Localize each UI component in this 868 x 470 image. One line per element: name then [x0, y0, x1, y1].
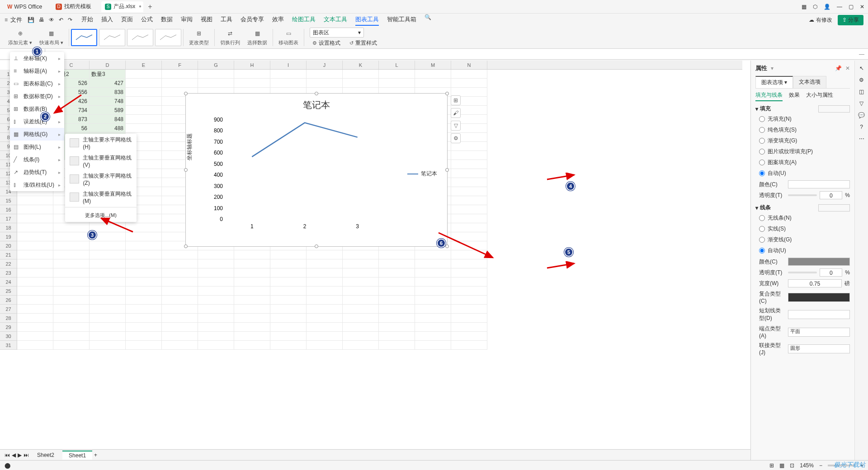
cell[interactable]: [90, 296, 126, 305]
cell[interactable]: [234, 268, 270, 277]
submenu-item[interactable]: 主轴主要垂直网格线(V): [65, 152, 137, 170]
cell[interactable]: [198, 259, 234, 268]
cell[interactable]: [90, 341, 126, 350]
menu-item[interactable]: ↗趋势线(T)▸: [10, 166, 64, 179]
cell[interactable]: [451, 79, 487, 88]
menu-item[interactable]: ╱线条(I)▸: [10, 153, 64, 166]
menu-item[interactable]: ⫿涨/跌柱线(U)▸: [10, 179, 64, 191]
row-header[interactable]: 29: [0, 323, 17, 332]
chart-settings-button[interactable]: ⚙: [451, 133, 461, 143]
cell[interactable]: [270, 314, 307, 323]
tab-wps[interactable]: WWPS Office: [4, 1, 50, 12]
cell[interactable]: [126, 341, 162, 350]
col-header[interactable]: K: [343, 61, 379, 69]
cell[interactable]: [162, 296, 198, 305]
cell[interactable]: [53, 323, 90, 332]
cell[interactable]: [451, 160, 487, 169]
fill-radio[interactable]: 图案填充(A): [755, 159, 850, 166]
cell[interactable]: [451, 323, 487, 332]
cell[interactable]: [126, 332, 162, 341]
cell[interactable]: [234, 277, 270, 287]
hamburger-icon[interactable]: ≡: [5, 17, 8, 23]
cell[interactable]: [343, 296, 379, 305]
cap-type-select[interactable]: 平面: [788, 328, 850, 337]
cell[interactable]: [270, 277, 307, 287]
cell[interactable]: [307, 259, 343, 268]
cell[interactable]: [126, 259, 162, 268]
row-header[interactable]: 31: [0, 341, 17, 350]
chart[interactable]: 笔记本 坐标轴标题 010020030040050060070080090012…: [185, 93, 448, 247]
cell[interactable]: [270, 332, 307, 341]
filter-icon[interactable]: ▽: [859, 100, 863, 107]
row-header[interactable]: 17: [0, 214, 17, 223]
cell[interactable]: [53, 259, 90, 268]
cell[interactable]: [379, 332, 415, 341]
cell[interactable]: [90, 241, 126, 250]
cell[interactable]: [415, 268, 451, 277]
cell[interactable]: [126, 314, 162, 323]
row-header[interactable]: 21: [0, 250, 17, 259]
cell[interactable]: [198, 305, 234, 314]
section-fill[interactable]: ▾ 填充: [755, 105, 850, 113]
resize-handle[interactable]: [445, 92, 449, 95]
tab-start[interactable]: 开始: [81, 14, 93, 26]
cell[interactable]: [53, 277, 90, 287]
cell[interactable]: [53, 332, 90, 341]
cell[interactable]: [451, 178, 487, 187]
cell[interactable]: [415, 296, 451, 305]
cell[interactable]: [90, 259, 126, 268]
cell[interactable]: [17, 268, 53, 277]
col-header[interactable]: N: [451, 61, 487, 69]
row-header[interactable]: 23: [0, 268, 17, 277]
menu-item[interactable]: ≡轴标题(A)▸: [10, 65, 64, 77]
cell[interactable]: [126, 305, 162, 314]
spreadsheet[interactable]: BCDEFGHIJKLMN 12345678910111213141516171…: [0, 61, 750, 460]
cell[interactable]: [162, 305, 198, 314]
cell[interactable]: [53, 223, 90, 232]
line-width-value[interactable]: 0.75: [788, 279, 842, 287]
cell[interactable]: [53, 232, 90, 241]
cell[interactable]: [451, 341, 487, 350]
dash-type-select[interactable]: [788, 310, 850, 319]
resize-handle[interactable]: [184, 168, 188, 172]
collapse-icon[interactable]: —: [855, 51, 868, 57]
view-normal-icon[interactable]: ⊞: [769, 462, 774, 469]
cell[interactable]: [343, 268, 379, 277]
tab-efficiency[interactable]: 效率: [272, 14, 284, 26]
tab-insert[interactable]: 插入: [101, 14, 113, 26]
cell[interactable]: [307, 250, 343, 259]
cell[interactable]: [415, 79, 451, 88]
cell[interactable]: [198, 70, 234, 79]
sheet-tab[interactable]: Sheet2: [31, 451, 61, 459]
cell[interactable]: [17, 277, 53, 287]
tab-view[interactable]: 视图: [201, 14, 212, 26]
chart-elements-button[interactable]: ⊞: [451, 95, 461, 105]
col-header[interactable]: H: [234, 61, 270, 69]
cell[interactable]: [126, 296, 162, 305]
cube-icon[interactable]: ⬡: [813, 4, 817, 10]
cell[interactable]: [415, 314, 451, 323]
submenu-item[interactable]: 主轴次要水平网格线(Z): [65, 170, 137, 188]
cell[interactable]: [307, 323, 343, 332]
cell[interactable]: [162, 70, 198, 79]
cell[interactable]: [198, 314, 234, 323]
cell[interactable]: [126, 115, 162, 124]
cell[interactable]: [270, 341, 307, 350]
cell[interactable]: 848: [90, 115, 126, 124]
cell[interactable]: [17, 259, 53, 268]
resize-handle[interactable]: [445, 168, 449, 172]
plot-area[interactable]: 0100200300400500600700800900123: [208, 115, 388, 233]
cell[interactable]: 838: [90, 88, 126, 97]
cell[interactable]: [379, 287, 415, 296]
cell[interactable]: [415, 305, 451, 314]
settings-icon[interactable]: ⚙: [859, 77, 864, 83]
cell[interactable]: [17, 341, 53, 350]
fill-radio[interactable]: 自动(U): [755, 169, 850, 177]
cell[interactable]: [90, 250, 126, 259]
fill-opacity-value[interactable]: 0: [820, 191, 842, 199]
cell[interactable]: [198, 277, 234, 287]
cell[interactable]: [343, 305, 379, 314]
cell[interactable]: [126, 97, 162, 106]
cell[interactable]: 589: [90, 106, 126, 115]
cell[interactable]: [270, 305, 307, 314]
